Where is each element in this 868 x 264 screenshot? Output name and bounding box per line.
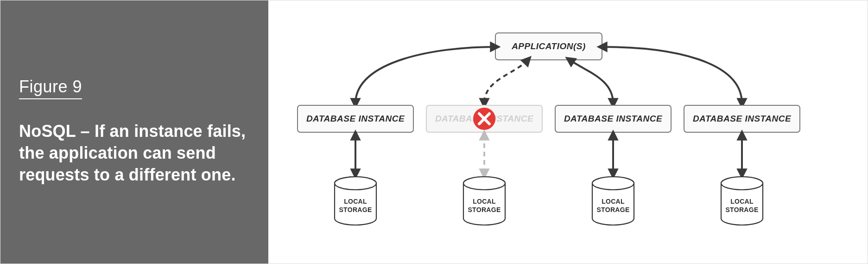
connection-app-db3 [570, 60, 613, 103]
database-instance-1-label: DATABASE INSTANCE [306, 114, 405, 123]
database-instance-3-label: DATABASE INSTANCE [564, 114, 663, 123]
error-icon [473, 108, 495, 130]
figure-number: Figure 9 [19, 77, 82, 99]
figure-caption: NoSQL – If an instance fails, the applic… [19, 121, 250, 186]
svg-point-11 [721, 177, 763, 190]
application-label: APPLICATION(S) [511, 41, 586, 51]
local-storage-2: LOCAL STORAGE [463, 177, 505, 225]
local-storage-3: LOCAL STORAGE [592, 177, 634, 225]
local-storage-2-label-1: LOCAL [473, 198, 496, 205]
database-instance-2-failed: DATABASE INSTANCE [426, 105, 542, 132]
connection-app-db4 [602, 47, 742, 103]
figure-frame: Figure 9 NoSQL – If an instance fails, t… [0, 0, 868, 264]
svg-point-10 [592, 177, 634, 190]
local-storage-4: LOCAL STORAGE [721, 177, 763, 225]
local-storage-4-label-2: STORAGE [725, 206, 758, 213]
database-instance-4-label: DATABASE INSTANCE [693, 114, 792, 123]
local-storage-1-label-2: STORAGE [339, 206, 372, 213]
database-instance-1: DATABASE INSTANCE [298, 105, 413, 132]
local-storage-1-label-1: LOCAL [344, 198, 367, 205]
architecture-diagram: APPLICATION(S) DATABASE INSTANCE DATABAS… [268, 0, 868, 264]
local-storage-1: LOCAL STORAGE [335, 177, 376, 225]
local-storage-2-label-2: STORAGE [468, 206, 501, 213]
connection-app-db1 [355, 47, 495, 103]
svg-point-9 [463, 177, 505, 190]
figure-caption-panel: Figure 9 NoSQL – If an instance fails, t… [0, 0, 268, 264]
svg-point-8 [335, 177, 376, 190]
connection-app-db2-failed [484, 60, 528, 103]
application-node: APPLICATION(S) [495, 33, 602, 60]
local-storage-3-label-2: STORAGE [596, 206, 629, 213]
database-instance-4: DATABASE INSTANCE [684, 105, 800, 132]
local-storage-4-label-1: LOCAL [730, 198, 754, 205]
database-instance-3: DATABASE INSTANCE [555, 105, 671, 132]
local-storage-3-label-1: LOCAL [602, 198, 625, 205]
